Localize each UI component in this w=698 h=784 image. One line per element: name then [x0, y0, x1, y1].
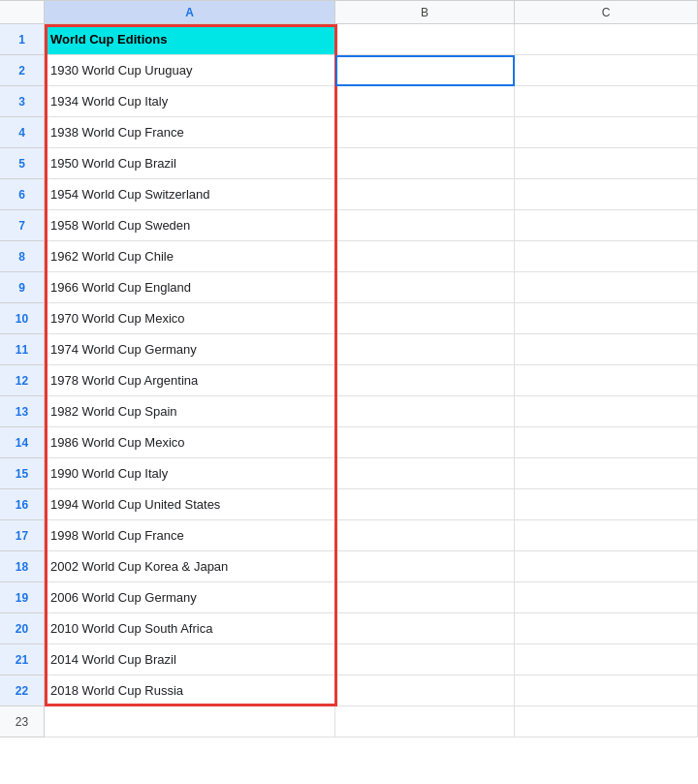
cell-B4[interactable] [335, 117, 515, 148]
cell-B1[interactable] [335, 24, 515, 55]
cell-B12[interactable] [335, 365, 515, 396]
cell-A3[interactable]: 1934 World Cup Italy [45, 86, 335, 117]
row-number-21: 21 [0, 644, 45, 675]
cell-A15[interactable]: 1990 World Cup Italy [45, 458, 335, 489]
cell-C15[interactable] [515, 458, 698, 489]
row-number-13: 13 [0, 396, 45, 427]
row-15: 1990 World Cup Italy [45, 458, 698, 489]
corner-cell [0, 0, 45, 24]
cell-B21[interactable] [335, 644, 515, 675]
cell-B11[interactable] [335, 334, 515, 365]
cell-C4[interactable] [515, 117, 698, 148]
cell-B5[interactable] [335, 148, 515, 179]
row-number-2: 2 [0, 55, 45, 86]
cell-C6[interactable] [515, 179, 698, 210]
cell-C22[interactable] [515, 675, 698, 706]
row-number-6: 6 [0, 179, 45, 210]
cell-B10[interactable] [335, 303, 515, 334]
cell-C18[interactable] [515, 551, 698, 582]
col-header-b[interactable]: B [335, 0, 515, 24]
row-number-5: 5 [0, 148, 45, 179]
col-header-c[interactable]: C [515, 0, 698, 24]
cell-A10[interactable]: 1970 World Cup Mexico [45, 303, 335, 334]
cell-C21[interactable] [515, 644, 698, 675]
cell-C3[interactable] [515, 86, 698, 117]
cell-B17[interactable] [335, 520, 515, 551]
cell-C5[interactable] [515, 148, 698, 179]
cell-B18[interactable] [335, 551, 515, 582]
cell-A2[interactable]: 1930 World Cup Uruguay [45, 55, 335, 86]
cell-C14[interactable] [515, 427, 698, 458]
cell-C20[interactable] [515, 613, 698, 644]
cell-A8[interactable]: 1962 World Cup Chile [45, 241, 335, 272]
cell-C19[interactable] [515, 582, 698, 613]
cell-A17[interactable]: 1998 World Cup France [45, 520, 335, 551]
cell-A5[interactable]: 1950 World Cup Brazil [45, 148, 335, 179]
row-number-19: 19 [0, 582, 45, 613]
cell-B3[interactable] [335, 86, 515, 117]
cell-B19[interactable] [335, 582, 515, 613]
cell-B9[interactable] [335, 272, 515, 303]
cell-B23[interactable] [335, 706, 515, 737]
cell-A16[interactable]: 1994 World Cup United States [45, 489, 335, 520]
cell-A11[interactable]: 1974 World Cup Germany [45, 334, 335, 365]
cell-A23[interactable] [45, 706, 335, 737]
cell-A13[interactable]: 1982 World Cup Spain [45, 396, 335, 427]
cell-A14[interactable]: 1986 World Cup Mexico [45, 427, 335, 458]
row-1: World Cup Editions [45, 24, 698, 55]
row-21: 2014 World Cup Brazil [45, 644, 698, 675]
row-10: 1970 World Cup Mexico [45, 303, 698, 334]
row-6: 1954 World Cup Switzerland [45, 179, 698, 210]
cell-B20[interactable] [335, 613, 515, 644]
row-number-17: 17 [0, 520, 45, 551]
cell-B14[interactable] [335, 427, 515, 458]
row-number-18: 18 [0, 551, 45, 582]
cell-B16[interactable] [335, 489, 515, 520]
row-19: 2006 World Cup Germany [45, 582, 698, 613]
cell-B22[interactable] [335, 675, 515, 706]
cell-C9[interactable] [515, 272, 698, 303]
cell-A9[interactable]: 1966 World Cup England [45, 272, 335, 303]
cell-A21[interactable]: 2014 World Cup Brazil [45, 644, 335, 675]
cell-A12[interactable]: 1978 World Cup Argentina [45, 365, 335, 396]
cell-A18[interactable]: 2002 World Cup Korea & Japan [45, 551, 335, 582]
col-header-a[interactable]: A [45, 0, 335, 24]
cell-A1[interactable]: World Cup Editions [45, 24, 335, 55]
cell-C1[interactable] [515, 24, 698, 55]
cell-C10[interactable] [515, 303, 698, 334]
rows-area: 1234567891011121314151617181920212223 Wo… [0, 24, 698, 784]
cell-B8[interactable] [335, 241, 515, 272]
cell-B6[interactable] [335, 179, 515, 210]
cell-A20[interactable]: 2010 World Cup South Africa [45, 613, 335, 644]
cell-C12[interactable] [515, 365, 698, 396]
cell-C2[interactable] [515, 55, 698, 86]
row-8: 1962 World Cup Chile [45, 241, 698, 272]
row-number-10: 10 [0, 303, 45, 334]
row-numbers: 1234567891011121314151617181920212223 [0, 24, 45, 784]
row-number-11: 11 [0, 334, 45, 365]
row-number-16: 16 [0, 489, 45, 520]
cell-B7[interactable] [335, 210, 515, 241]
row-4: 1938 World Cup France [45, 117, 698, 148]
cell-C17[interactable] [515, 520, 698, 551]
cell-A7[interactable]: 1958 World Cup Sweden [45, 210, 335, 241]
cell-A19[interactable]: 2006 World Cup Germany [45, 582, 335, 613]
cell-C11[interactable] [515, 334, 698, 365]
cell-C13[interactable] [515, 396, 698, 427]
cell-B13[interactable] [335, 396, 515, 427]
cell-C8[interactable] [515, 241, 698, 272]
cell-C7[interactable] [515, 210, 698, 241]
row-5: 1950 World Cup Brazil [45, 148, 698, 179]
cell-B2[interactable] [335, 55, 515, 86]
row-number-23: 23 [0, 706, 45, 737]
cell-A22[interactable]: 2018 World Cup Russia [45, 675, 335, 706]
cell-B15[interactable] [335, 458, 515, 489]
row-11: 1974 World Cup Germany [45, 334, 698, 365]
row-23 [45, 706, 698, 737]
row-number-22: 22 [0, 675, 45, 706]
cell-C16[interactable] [515, 489, 698, 520]
cell-A4[interactable]: 1938 World Cup France [45, 117, 335, 148]
cell-C23[interactable] [515, 706, 698, 737]
cell-A6[interactable]: 1954 World Cup Switzerland [45, 179, 335, 210]
grid-wrapper: 1234567891011121314151617181920212223 Wo… [0, 24, 698, 784]
